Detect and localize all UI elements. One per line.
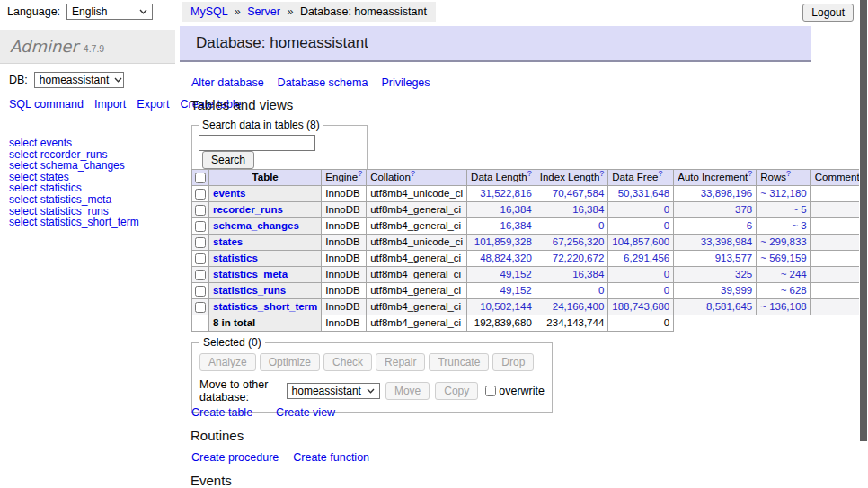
drop-button[interactable]: Drop: [492, 353, 534, 371]
breadcrumb: MySQL » Server » Database: homeassistant: [182, 2, 436, 22]
breadcrumb-separator: »: [235, 5, 241, 18]
sidebar-table-link-statistics_short_term[interactable]: statistics_short_term: [40, 216, 139, 228]
move-db-select[interactable]: homeassistant: [287, 383, 380, 399]
auto-increment-cell: 325: [674, 267, 757, 283]
engine-cell: InnoDB: [322, 186, 367, 202]
engine-cell: InnoDB: [322, 218, 367, 235]
scrollbar-track[interactable]: [859, 0, 868, 488]
sidebar-divider: [0, 129, 175, 129]
row-checkbox[interactable]: [195, 270, 206, 280]
selected-buttons-row: AnalyzeOptimizeCheckRepairTruncateDrop: [199, 353, 545, 371]
row-checkbox[interactable]: [195, 286, 206, 297]
data-length-cell: 49,152: [467, 267, 536, 283]
sidebar-action-export[interactable]: Export: [137, 98, 169, 111]
table-link-states[interactable]: states: [213, 236, 243, 247]
selected-legend: Selected (0): [199, 336, 265, 349]
link-create-table[interactable]: Create table: [191, 406, 252, 419]
rows-cell: ~ 5: [757, 202, 810, 218]
row-checkbox-cell: [192, 218, 209, 235]
table-name-cell: events: [209, 186, 322, 202]
table-link-schema_changes[interactable]: schema_changes: [213, 220, 299, 231]
table-total-row: 8 in totalInnoDButf8mb4_general_ci192,83…: [192, 315, 868, 332]
data-free-cell: 6,291,456: [608, 251, 674, 267]
scrollbar-thumb[interactable]: [860, 0, 867, 441]
app-name: Adminer: [10, 37, 78, 56]
row-checkbox-cell: [192, 267, 209, 283]
data-free-cell: 0: [608, 267, 674, 283]
sidebar-action-import[interactable]: Import: [94, 98, 126, 111]
table-link-events[interactable]: events: [213, 188, 245, 199]
copy-button[interactable]: Copy: [435, 382, 478, 400]
data-length-cell: 16,384: [467, 202, 536, 218]
tables-heading: Tables and views: [190, 97, 293, 112]
row-checkbox[interactable]: [195, 189, 206, 200]
total-collation-cell: utf8mb4_general_ci: [367, 315, 467, 332]
help-link[interactable]: ?: [358, 169, 362, 178]
breadcrumb-server-link[interactable]: Server: [247, 5, 280, 18]
language-row: Language: English: [7, 4, 153, 20]
col-header-collation: Collation?: [367, 170, 467, 186]
total-data-free-cell: 0: [608, 315, 674, 332]
breadcrumb-mysql-link[interactable]: MySQL: [190, 5, 227, 18]
rows-cell: ~ 569,159: [757, 251, 810, 267]
data-length-cell: 49,152: [467, 283, 536, 299]
truncate-button[interactable]: Truncate: [429, 353, 489, 371]
help-link[interactable]: ?: [411, 169, 415, 178]
help-link[interactable]: ?: [786, 169, 791, 178]
table-link-statistics[interactable]: statistics: [213, 253, 258, 263]
logout-button[interactable]: Logout: [802, 4, 854, 22]
table-link-statistics_short_term[interactable]: statistics_short_term: [213, 301, 317, 312]
col-header-data-length: Data Length?: [467, 170, 536, 186]
help-link[interactable]: ?: [599, 169, 604, 178]
optimize-button[interactable]: Optimize: [260, 353, 320, 371]
language-select[interactable]: English: [66, 4, 153, 20]
search-button[interactable]: Search: [202, 151, 254, 169]
row-checkbox-cell: [192, 283, 209, 299]
row-checkbox[interactable]: [195, 237, 206, 248]
table-name-cell: recorder_runs: [209, 202, 322, 218]
table-link-recorder_runs[interactable]: recorder_runs: [213, 204, 283, 215]
link-create-procedure[interactable]: Create procedure: [191, 451, 279, 464]
table-link-statistics_meta[interactable]: statistics_meta: [213, 269, 288, 279]
overwrite-checkbox[interactable]: [485, 386, 496, 396]
total-label-cell: 8 in total: [209, 315, 322, 332]
data-length-cell: 101,859,328: [467, 235, 536, 251]
engine-cell: InnoDB: [322, 235, 367, 251]
index-length-cell: 16,384: [536, 202, 608, 218]
link-privileges[interactable]: Privileges: [381, 76, 430, 89]
row-checkbox[interactable]: [195, 221, 206, 232]
engine-cell: InnoDB: [322, 299, 367, 315]
table-row: statistics_metaInnoDButf8mb4_general_ci4…: [192, 267, 868, 283]
link-database-schema[interactable]: Database schema: [278, 76, 368, 89]
link-create-view[interactable]: Create view: [276, 406, 335, 419]
sidebar-action-sql-command[interactable]: SQL command: [9, 98, 84, 111]
db-select[interactable]: homeassistant: [34, 72, 124, 88]
link-create-function[interactable]: Create function: [293, 451, 369, 464]
create-links: Create tableCreate view: [191, 406, 359, 419]
check-button[interactable]: Check: [323, 353, 372, 371]
table-row: statistics_runsInnoDButf8mb4_general_ci4…: [192, 283, 868, 299]
link-alter-database[interactable]: Alter database: [191, 76, 264, 89]
analyze-button[interactable]: Analyze: [199, 353, 256, 371]
table-row: statisticsInnoDButf8mb4_general_ci48,824…: [192, 251, 868, 267]
total-index-length-cell: 234,143,744: [536, 315, 608, 332]
repair-button[interactable]: Repair: [376, 353, 425, 371]
sidebar-table-row: select statistics_short_term: [9, 217, 139, 228]
index-length-cell: 0: [536, 218, 608, 235]
search-input[interactable]: [199, 135, 315, 151]
total-empty-cell: [192, 315, 209, 332]
move-button[interactable]: Move: [385, 382, 430, 400]
overwrite-label: overwrite: [499, 385, 545, 397]
row-checkbox[interactable]: [195, 205, 206, 216]
table-name-cell: statistics_runs: [209, 283, 322, 299]
table-row: statesInnoDButf8mb4_unicode_ci101,859,32…: [192, 235, 868, 251]
help-link[interactable]: ?: [527, 169, 532, 178]
row-checkbox[interactable]: [195, 253, 206, 264]
help-link[interactable]: ?: [748, 169, 752, 178]
table-link-statistics_runs[interactable]: statistics_runs: [213, 285, 286, 296]
select-all-checkbox[interactable]: [195, 173, 206, 183]
help-link[interactable]: ?: [658, 169, 662, 178]
index-length-cell: 72,220,672: [536, 251, 608, 267]
sidebar-select-link-statistics_short_term[interactable]: select: [9, 216, 37, 228]
row-checkbox[interactable]: [195, 302, 206, 313]
